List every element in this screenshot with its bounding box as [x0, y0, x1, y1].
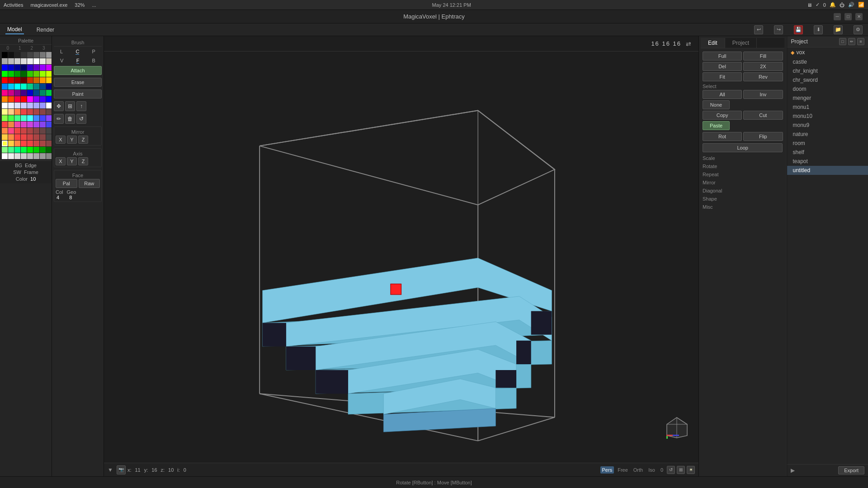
palette-cell-66[interactable]	[14, 103, 20, 108]
palette-cell-73[interactable]	[8, 109, 14, 115]
axis-x-button[interactable]: X	[56, 157, 66, 165]
project-item-nature[interactable]: nature	[787, 130, 868, 139]
palette-cell-109[interactable]	[33, 134, 39, 140]
palette-cell-5[interactable]	[33, 52, 39, 58]
scene-container[interactable]	[104, 52, 698, 476]
palette-cell-74[interactable]	[14, 109, 20, 115]
palette-cell-116[interactable]	[27, 141, 33, 146]
palette-cell-1[interactable]	[8, 52, 14, 58]
palette-cell-43[interactable]	[21, 84, 27, 89]
palette-cell-24[interactable]	[2, 71, 8, 77]
palette-cell-78[interactable]	[40, 109, 46, 115]
palette-cell-9[interactable]	[8, 58, 14, 64]
palette-cell-82[interactable]	[14, 115, 20, 121]
rot-button[interactable]: Rot	[703, 132, 742, 141]
palette-cell-64[interactable]	[2, 103, 8, 108]
palette-cell-33[interactable]	[8, 77, 14, 83]
rotate-tool-icon[interactable]: ↑	[76, 101, 86, 111]
brush-mode-c[interactable]: C	[75, 49, 79, 55]
palette-cell-91[interactable]	[21, 122, 27, 127]
loop-button[interactable]: Loop	[703, 143, 783, 152]
erase-button[interactable]: Erase	[54, 78, 102, 87]
palette-cell-22[interactable]	[40, 65, 46, 70]
project-item-doom[interactable]: doom	[787, 84, 868, 94]
palette-cell-84[interactable]	[27, 115, 33, 121]
palette-cell-39[interactable]	[46, 77, 52, 83]
palette-cell-20[interactable]	[27, 65, 33, 70]
palette-cell-88[interactable]	[2, 122, 8, 127]
palette-cell-75[interactable]	[21, 109, 27, 115]
fill-button[interactable]: Fill	[743, 52, 783, 61]
palette-grid[interactable]	[0, 51, 52, 160]
palette-cell-40[interactable]	[2, 84, 8, 89]
paint-button[interactable]: Paint	[54, 89, 102, 99]
dropdown-icon[interactable]: ▼	[108, 467, 113, 473]
trash-tool-icon[interactable]: 🗑	[65, 114, 75, 124]
palette-cell-47[interactable]	[46, 84, 52, 89]
frame-label[interactable]: Frame	[24, 169, 38, 175]
select-none-button[interactable]: None	[703, 100, 730, 109]
select-inv-button[interactable]: Inv	[743, 90, 783, 99]
palette-cell-105[interactable]	[8, 134, 14, 140]
palette-cell-85[interactable]	[33, 115, 39, 121]
palette-cell-58[interactable]	[14, 96, 20, 102]
palette-cell-63[interactable]	[46, 96, 52, 102]
menu-model[interactable]: Model	[5, 25, 24, 34]
palette-cell-8[interactable]	[2, 58, 8, 64]
project-item-menger[interactable]: menger	[787, 94, 868, 103]
palette-cell-59[interactable]	[21, 96, 27, 102]
project-box-icon[interactable]: □	[839, 38, 846, 45]
sw-label[interactable]: SW	[13, 169, 21, 175]
activities-label[interactable]: Activities	[4, 2, 23, 8]
palette-cell-100[interactable]	[27, 128, 33, 134]
palette-cell-48[interactable]	[2, 90, 8, 96]
raw-button[interactable]: Raw	[79, 179, 100, 188]
palette-cell-29[interactable]	[33, 71, 39, 77]
menu-render[interactable]: Render	[35, 26, 56, 34]
palette-cell-50[interactable]	[14, 90, 20, 96]
grid-toggle-icon[interactable]: ⊞	[677, 466, 685, 474]
palette-cell-121[interactable]	[8, 147, 14, 153]
project-list-icon[interactable]: ≡	[857, 38, 864, 45]
palette-cell-27[interactable]	[21, 71, 27, 77]
camera-icon[interactable]: 📷	[117, 465, 126, 474]
free-view-button[interactable]: Free	[616, 466, 630, 474]
palette-cell-124[interactable]	[27, 147, 33, 153]
palette-cell-87[interactable]	[46, 115, 52, 121]
palette-cell-25[interactable]	[8, 71, 14, 77]
pers-view-button[interactable]: Pers	[600, 466, 614, 474]
palette-cell-56[interactable]	[2, 96, 8, 102]
palette-cell-86[interactable]	[40, 115, 46, 121]
palette-cell-110[interactable]	[40, 134, 46, 140]
palette-cell-134[interactable]	[40, 153, 46, 159]
palette-cell-68[interactable]	[27, 103, 33, 108]
palette-cell-26[interactable]	[14, 71, 20, 77]
palette-cell-16[interactable]	[2, 65, 8, 70]
palette-cell-72[interactable]	[2, 109, 8, 115]
palette-cell-54[interactable]	[40, 90, 46, 96]
rev-button[interactable]: Rev	[743, 72, 783, 81]
palette-cell-4[interactable]	[27, 52, 33, 58]
palette-cell-52[interactable]	[27, 90, 33, 96]
palette-cell-41[interactable]	[8, 84, 14, 89]
palette-cell-70[interactable]	[40, 103, 46, 108]
project-item-untitled[interactable]: untitled	[787, 166, 868, 175]
palette-cell-89[interactable]	[8, 122, 14, 127]
folder-icon[interactable]: 📁	[834, 25, 843, 34]
palette-cell-34[interactable]	[14, 77, 20, 83]
palette-cell-135[interactable]	[46, 153, 52, 159]
palette-cell-81[interactable]	[8, 115, 14, 121]
palette-cell-120[interactable]	[2, 147, 8, 153]
palette-cell-44[interactable]	[27, 84, 33, 89]
palette-cell-17[interactable]	[8, 65, 14, 70]
palette-cell-46[interactable]	[40, 84, 46, 89]
palette-cell-61[interactable]	[33, 96, 39, 102]
palette-cell-125[interactable]	[33, 147, 39, 153]
brush-type-b[interactable]: B	[92, 58, 95, 64]
palette-cell-129[interactable]	[8, 153, 14, 159]
palette-cell-11[interactable]	[21, 58, 27, 64]
palette-cell-51[interactable]	[21, 90, 27, 96]
palette-cell-12[interactable]	[27, 58, 33, 64]
palette-cell-119[interactable]	[46, 141, 52, 146]
palette-cell-38[interactable]	[40, 77, 46, 83]
